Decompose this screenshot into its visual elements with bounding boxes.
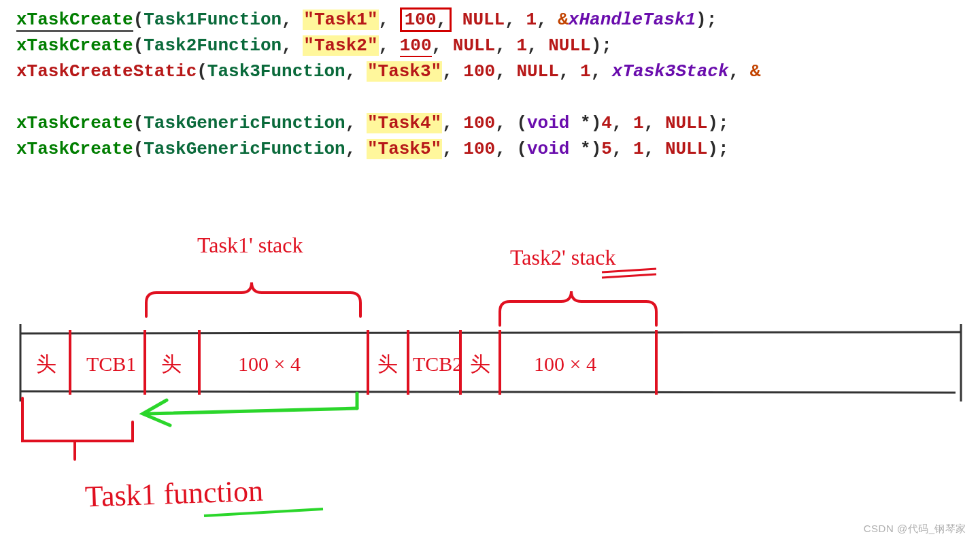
code-line-1: xTaskCreate(Task1Function, "Task1", 100,… [16,7,760,33]
svg-text:头: 头 [470,353,490,375]
svg-text:TCB2: TCB2 [413,353,462,375]
svg-text:头: 头 [36,353,56,375]
watermark: CSDN @代码_钢琴家 [864,523,966,536]
svg-text:100 × 4: 100 × 4 [238,353,301,375]
svg-line-12 [146,408,357,414]
svg-text:头: 头 [161,353,182,375]
label-task1-stack: Task1' stack [197,233,303,258]
code-gap [16,84,760,110]
svg-line-16 [602,274,656,278]
label-task1-function: Task1 function [84,473,264,514]
svg-line-14 [204,509,323,516]
code-block: xTaskCreate(Task1Function, "Task1", 100,… [16,7,760,162]
code-line-3: xTaskCreateStatic(Task3Function, "Task3"… [16,59,760,84]
code-line-4: xTaskCreate(TaskGenericFunction, "Task4"… [16,110,760,136]
svg-text:头: 头 [377,353,398,375]
svg-text:100 × 4: 100 × 4 [534,353,596,375]
code-line-2: xTaskCreate(Task2Function, "Task2", 100,… [16,33,760,59]
label-task2-stack: Task2' stack [510,245,615,270]
svg-line-0 [20,332,961,333]
svg-line-1 [20,391,956,393]
svg-text:TCB1: TCB1 [86,353,136,375]
code-line-5: xTaskCreate(TaskGenericFunction, "Task5"… [16,136,760,162]
